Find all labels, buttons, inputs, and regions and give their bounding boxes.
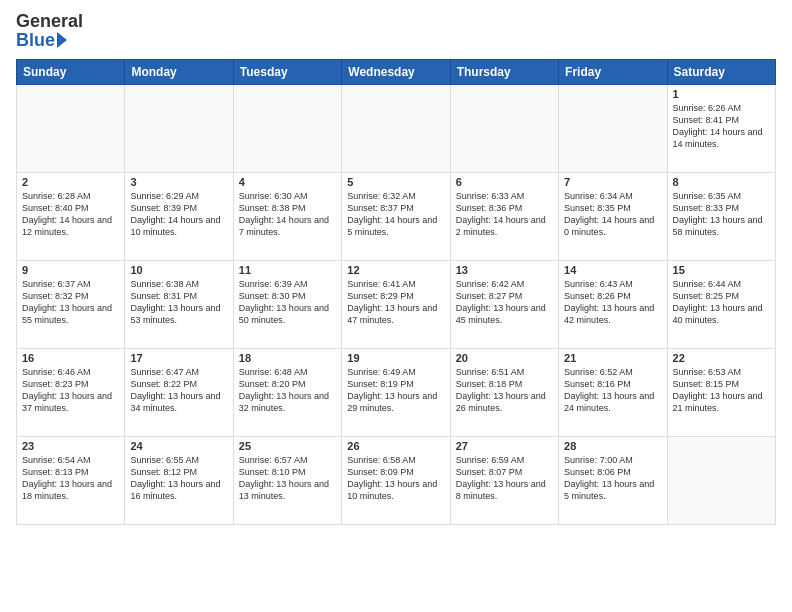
day-number: 24 [130, 440, 227, 452]
day-number: 28 [564, 440, 661, 452]
day-cell: 5Sunrise: 6:32 AM Sunset: 8:37 PM Daylig… [342, 173, 450, 261]
day-number: 13 [456, 264, 553, 276]
day-info: Sunrise: 6:49 AM Sunset: 8:19 PM Dayligh… [347, 366, 444, 415]
day-cell: 22Sunrise: 6:53 AM Sunset: 8:15 PM Dayli… [667, 349, 775, 437]
logo-blue: Blue [16, 30, 55, 51]
day-cell: 1Sunrise: 6:26 AM Sunset: 8:41 PM Daylig… [667, 85, 775, 173]
day-number: 16 [22, 352, 119, 364]
day-cell: 12Sunrise: 6:41 AM Sunset: 8:29 PM Dayli… [342, 261, 450, 349]
day-info: Sunrise: 6:46 AM Sunset: 8:23 PM Dayligh… [22, 366, 119, 415]
day-cell: 14Sunrise: 6:43 AM Sunset: 8:26 PM Dayli… [559, 261, 667, 349]
day-cell: 15Sunrise: 6:44 AM Sunset: 8:25 PM Dayli… [667, 261, 775, 349]
day-cell [17, 85, 125, 173]
weekday-header-thursday: Thursday [450, 60, 558, 85]
day-number: 11 [239, 264, 336, 276]
day-cell: 19Sunrise: 6:49 AM Sunset: 8:19 PM Dayli… [342, 349, 450, 437]
day-info: Sunrise: 6:28 AM Sunset: 8:40 PM Dayligh… [22, 190, 119, 239]
day-number: 6 [456, 176, 553, 188]
day-cell: 17Sunrise: 6:47 AM Sunset: 8:22 PM Dayli… [125, 349, 233, 437]
day-cell: 28Sunrise: 7:00 AM Sunset: 8:06 PM Dayli… [559, 437, 667, 525]
weekday-header-friday: Friday [559, 60, 667, 85]
day-info: Sunrise: 7:00 AM Sunset: 8:06 PM Dayligh… [564, 454, 661, 503]
day-info: Sunrise: 6:41 AM Sunset: 8:29 PM Dayligh… [347, 278, 444, 327]
day-cell: 4Sunrise: 6:30 AM Sunset: 8:38 PM Daylig… [233, 173, 341, 261]
day-number: 2 [22, 176, 119, 188]
day-number: 5 [347, 176, 444, 188]
day-info: Sunrise: 6:51 AM Sunset: 8:18 PM Dayligh… [456, 366, 553, 415]
day-number: 19 [347, 352, 444, 364]
day-number: 21 [564, 352, 661, 364]
day-info: Sunrise: 6:54 AM Sunset: 8:13 PM Dayligh… [22, 454, 119, 503]
day-cell [559, 85, 667, 173]
weekday-header-sunday: Sunday [17, 60, 125, 85]
week-row-3: 9Sunrise: 6:37 AM Sunset: 8:32 PM Daylig… [17, 261, 776, 349]
logo: General Blue [16, 12, 83, 51]
page: General Blue SundayMondayTuesdayWednesda… [0, 0, 792, 533]
day-number: 3 [130, 176, 227, 188]
day-info: Sunrise: 6:29 AM Sunset: 8:39 PM Dayligh… [130, 190, 227, 239]
day-number: 10 [130, 264, 227, 276]
day-cell [233, 85, 341, 173]
day-number: 8 [673, 176, 770, 188]
day-info: Sunrise: 6:47 AM Sunset: 8:22 PM Dayligh… [130, 366, 227, 415]
day-cell: 27Sunrise: 6:59 AM Sunset: 8:07 PM Dayli… [450, 437, 558, 525]
day-info: Sunrise: 6:43 AM Sunset: 8:26 PM Dayligh… [564, 278, 661, 327]
day-info: Sunrise: 6:30 AM Sunset: 8:38 PM Dayligh… [239, 190, 336, 239]
day-cell: 26Sunrise: 6:58 AM Sunset: 8:09 PM Dayli… [342, 437, 450, 525]
day-cell: 23Sunrise: 6:54 AM Sunset: 8:13 PM Dayli… [17, 437, 125, 525]
day-number: 22 [673, 352, 770, 364]
weekday-header-wednesday: Wednesday [342, 60, 450, 85]
day-number: 1 [673, 88, 770, 100]
day-info: Sunrise: 6:53 AM Sunset: 8:15 PM Dayligh… [673, 366, 770, 415]
day-cell: 2Sunrise: 6:28 AM Sunset: 8:40 PM Daylig… [17, 173, 125, 261]
day-cell: 10Sunrise: 6:38 AM Sunset: 8:31 PM Dayli… [125, 261, 233, 349]
day-info: Sunrise: 6:32 AM Sunset: 8:37 PM Dayligh… [347, 190, 444, 239]
day-cell: 13Sunrise: 6:42 AM Sunset: 8:27 PM Dayli… [450, 261, 558, 349]
day-info: Sunrise: 6:39 AM Sunset: 8:30 PM Dayligh… [239, 278, 336, 327]
day-cell: 7Sunrise: 6:34 AM Sunset: 8:35 PM Daylig… [559, 173, 667, 261]
week-row-1: 1Sunrise: 6:26 AM Sunset: 8:41 PM Daylig… [17, 85, 776, 173]
logo-arrow-icon [57, 32, 67, 48]
day-cell [450, 85, 558, 173]
day-info: Sunrise: 6:52 AM Sunset: 8:16 PM Dayligh… [564, 366, 661, 415]
calendar-table: SundayMondayTuesdayWednesdayThursdayFrid… [16, 59, 776, 525]
day-cell: 25Sunrise: 6:57 AM Sunset: 8:10 PM Dayli… [233, 437, 341, 525]
day-cell: 11Sunrise: 6:39 AM Sunset: 8:30 PM Dayli… [233, 261, 341, 349]
weekday-header-row: SundayMondayTuesdayWednesdayThursdayFrid… [17, 60, 776, 85]
weekday-header-monday: Monday [125, 60, 233, 85]
day-number: 20 [456, 352, 553, 364]
week-row-5: 23Sunrise: 6:54 AM Sunset: 8:13 PM Dayli… [17, 437, 776, 525]
day-info: Sunrise: 6:38 AM Sunset: 8:31 PM Dayligh… [130, 278, 227, 327]
day-cell: 3Sunrise: 6:29 AM Sunset: 8:39 PM Daylig… [125, 173, 233, 261]
day-cell [667, 437, 775, 525]
day-info: Sunrise: 6:34 AM Sunset: 8:35 PM Dayligh… [564, 190, 661, 239]
day-info: Sunrise: 6:58 AM Sunset: 8:09 PM Dayligh… [347, 454, 444, 503]
day-cell: 16Sunrise: 6:46 AM Sunset: 8:23 PM Dayli… [17, 349, 125, 437]
logo-general: General [16, 11, 83, 31]
day-number: 12 [347, 264, 444, 276]
weekday-header-saturday: Saturday [667, 60, 775, 85]
day-number: 7 [564, 176, 661, 188]
day-info: Sunrise: 6:26 AM Sunset: 8:41 PM Dayligh… [673, 102, 770, 151]
day-number: 23 [22, 440, 119, 452]
day-number: 25 [239, 440, 336, 452]
day-info: Sunrise: 6:55 AM Sunset: 8:12 PM Dayligh… [130, 454, 227, 503]
day-info: Sunrise: 6:48 AM Sunset: 8:20 PM Dayligh… [239, 366, 336, 415]
day-cell: 6Sunrise: 6:33 AM Sunset: 8:36 PM Daylig… [450, 173, 558, 261]
day-number: 26 [347, 440, 444, 452]
day-number: 9 [22, 264, 119, 276]
day-info: Sunrise: 6:37 AM Sunset: 8:32 PM Dayligh… [22, 278, 119, 327]
header: General Blue [16, 12, 776, 51]
day-info: Sunrise: 6:57 AM Sunset: 8:10 PM Dayligh… [239, 454, 336, 503]
week-row-2: 2Sunrise: 6:28 AM Sunset: 8:40 PM Daylig… [17, 173, 776, 261]
day-cell: 8Sunrise: 6:35 AM Sunset: 8:33 PM Daylig… [667, 173, 775, 261]
day-number: 14 [564, 264, 661, 276]
day-info: Sunrise: 6:33 AM Sunset: 8:36 PM Dayligh… [456, 190, 553, 239]
day-info: Sunrise: 6:44 AM Sunset: 8:25 PM Dayligh… [673, 278, 770, 327]
day-cell [342, 85, 450, 173]
day-cell [125, 85, 233, 173]
day-cell: 20Sunrise: 6:51 AM Sunset: 8:18 PM Dayli… [450, 349, 558, 437]
weekday-header-tuesday: Tuesday [233, 60, 341, 85]
day-info: Sunrise: 6:42 AM Sunset: 8:27 PM Dayligh… [456, 278, 553, 327]
day-info: Sunrise: 6:35 AM Sunset: 8:33 PM Dayligh… [673, 190, 770, 239]
